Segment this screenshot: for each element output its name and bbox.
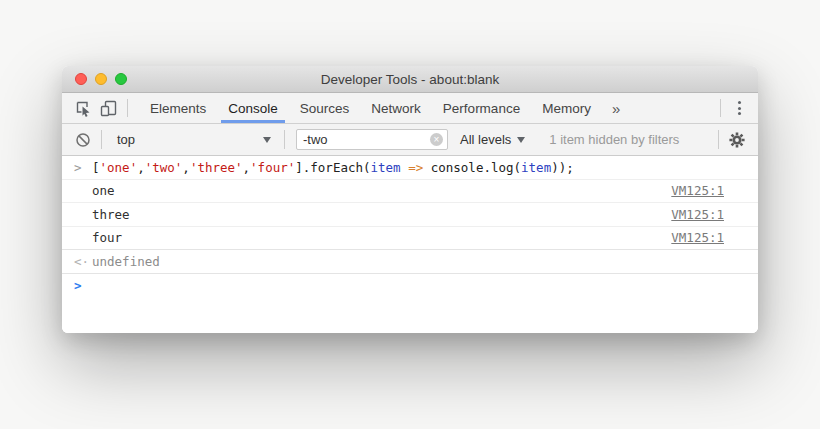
tab-memory[interactable]: Memory — [531, 93, 602, 123]
tab-console[interactable]: Console — [217, 93, 289, 123]
devtools-tabbar: Elements Console Sources Network Perform… — [62, 93, 758, 124]
devtools-menu-button[interactable] — [726, 93, 752, 123]
tab-elements[interactable]: Elements — [139, 93, 217, 123]
hidden-items-message: 1 item hidden by filters — [549, 132, 679, 147]
filter-input[interactable] — [303, 132, 430, 147]
divider — [284, 130, 285, 149]
log-levels-selector[interactable]: All levels — [448, 132, 535, 147]
console-prompt-chevron: > — [74, 278, 92, 293]
context-selector-label: top — [117, 132, 135, 147]
chevron-down-icon — [263, 137, 271, 143]
log-message: one — [92, 183, 115, 198]
divider — [718, 130, 719, 149]
tab-network[interactable]: Network — [360, 93, 432, 123]
source-link[interactable]: VM125:1 — [671, 207, 724, 222]
ban-circle-icon — [75, 132, 91, 148]
devtools-window: Developer Tools - about:blank — [62, 66, 758, 333]
log-message: four — [92, 230, 122, 245]
command-prompt-chevron: > — [74, 160, 92, 175]
divider — [720, 99, 721, 117]
console-log-row: four VM125:1 — [62, 227, 758, 251]
console-input-row[interactable]: > — [62, 274, 758, 298]
source-link[interactable]: VM125:1 — [671, 183, 724, 198]
chevron-down-icon — [517, 137, 525, 143]
gear-icon — [728, 131, 746, 149]
divider — [127, 99, 128, 117]
return-value-arrow-icon: <· — [74, 254, 92, 269]
tab-performance[interactable]: Performance — [432, 93, 531, 123]
console-log-row: three VM125:1 — [62, 203, 758, 227]
console-messages-pane[interactable]: > ['one','two','three','four'].forEach(i… — [62, 156, 758, 333]
clear-console-button[interactable] — [70, 132, 96, 148]
titlebar[interactable]: Developer Tools - about:blank — [62, 66, 758, 93]
console-toolbar: top × All levels 1 item hidden by filter… — [62, 124, 758, 156]
tab-sources[interactable]: Sources — [289, 93, 361, 123]
device-toolbar-button[interactable] — [96, 93, 122, 123]
device-toolbar-icon — [100, 99, 118, 117]
console-filter-field: × — [296, 129, 448, 150]
console-command-row: > ['one','two','three','four'].forEach(i… — [62, 156, 758, 180]
inspect-element-button[interactable] — [70, 93, 96, 123]
console-result-row: <· undefined — [62, 250, 758, 274]
divider — [101, 130, 102, 149]
log-message: three — [92, 207, 130, 222]
command-code: ['one','two','three','four'].forEach(ite… — [92, 160, 574, 175]
console-settings-button[interactable] — [724, 131, 750, 149]
kebab-menu-icon — [738, 101, 741, 104]
return-value: undefined — [92, 254, 160, 269]
more-tabs-chevron[interactable]: » — [602, 93, 630, 123]
clear-filter-icon[interactable]: × — [430, 133, 443, 146]
panel-tabs: Elements Console Sources Network Perform… — [139, 93, 630, 123]
console-empty-space[interactable] — [62, 297, 758, 333]
context-selector[interactable]: top — [107, 132, 279, 147]
inspect-cursor-icon — [75, 100, 92, 117]
source-link[interactable]: VM125:1 — [671, 230, 724, 245]
tabbar-right-controls — [715, 93, 758, 123]
log-levels-label: All levels — [460, 132, 511, 147]
console-log-row: one VM125:1 — [62, 180, 758, 204]
window-title: Developer Tools - about:blank — [62, 72, 758, 87]
